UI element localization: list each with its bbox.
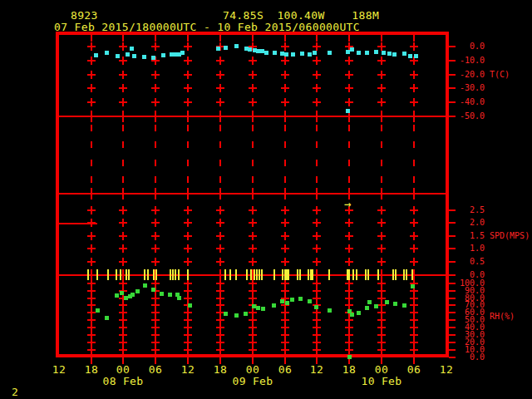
grid-dash bbox=[413, 125, 415, 131]
grid-tick bbox=[187, 206, 189, 214]
grid-dash bbox=[187, 141, 189, 148]
grid-tick bbox=[284, 42, 286, 51]
grid-tick bbox=[122, 35, 124, 42]
temp-point bbox=[291, 52, 295, 57]
grid-tick bbox=[91, 219, 92, 227]
temp-point bbox=[408, 54, 412, 58]
grid-tick bbox=[155, 219, 156, 227]
wind-staff bbox=[254, 269, 255, 280]
grid-tick bbox=[413, 244, 415, 253]
grid-tick bbox=[252, 188, 254, 200]
wind-staff bbox=[235, 269, 237, 280]
windspeed-axis-label: SPD(MPS) bbox=[490, 232, 530, 240]
grid-dash bbox=[381, 125, 382, 131]
grid-tick bbox=[413, 188, 415, 200]
grid-tick bbox=[252, 219, 254, 227]
grid-tick bbox=[91, 111, 92, 122]
grid-tick bbox=[187, 35, 189, 42]
rh-point bbox=[224, 312, 228, 316]
wind-staff bbox=[87, 269, 89, 280]
wind-staff bbox=[377, 269, 379, 280]
wind-staff bbox=[365, 269, 367, 280]
wind-staff bbox=[395, 269, 397, 280]
grid-tick bbox=[187, 98, 189, 106]
temp-point bbox=[94, 53, 98, 57]
grid-tick bbox=[316, 57, 318, 65]
grid-tick bbox=[316, 42, 318, 51]
grid-tick bbox=[91, 35, 92, 42]
grid-tick bbox=[122, 219, 124, 227]
grid-tick bbox=[284, 232, 286, 240]
grid-tick bbox=[91, 258, 92, 266]
rh-point bbox=[347, 355, 352, 359]
grid-dash bbox=[381, 141, 382, 148]
grid-tick bbox=[413, 71, 415, 79]
x-axis-hour-label: 06 bbox=[144, 364, 167, 375]
grid-tick bbox=[91, 57, 92, 65]
temp-point bbox=[392, 52, 397, 57]
rh-point bbox=[367, 300, 372, 304]
grid-tick bbox=[187, 188, 189, 200]
grid-tick bbox=[381, 258, 382, 266]
grid-tick bbox=[381, 35, 382, 42]
grid-tick bbox=[348, 71, 350, 79]
wind-staff bbox=[352, 269, 354, 280]
grid-tick bbox=[284, 219, 286, 227]
grid-tick bbox=[381, 42, 382, 51]
temp-point bbox=[357, 51, 361, 55]
grid-tick bbox=[91, 84, 92, 92]
grid-dash bbox=[122, 141, 124, 148]
grid-tick bbox=[91, 206, 92, 214]
temp-axis-value: -40.0 bbox=[433, 98, 485, 106]
grid-dash bbox=[348, 141, 350, 148]
temp-point bbox=[313, 51, 317, 55]
x-axis-hour-label: 12 bbox=[47, 364, 71, 375]
grid-tick bbox=[122, 258, 124, 266]
grid-tick bbox=[187, 258, 189, 266]
temp-point bbox=[142, 55, 146, 59]
wind-staff bbox=[297, 269, 298, 280]
grid-tick bbox=[219, 111, 221, 122]
temp-point bbox=[248, 47, 252, 52]
grid-dash bbox=[91, 176, 92, 183]
grid-tick bbox=[252, 98, 254, 106]
grid-dash bbox=[91, 160, 92, 166]
x-axis-hour-label: 00 bbox=[241, 364, 264, 375]
grid-tick bbox=[284, 188, 286, 200]
grid-tick bbox=[155, 206, 156, 214]
grid-tick bbox=[187, 57, 189, 65]
rh-point bbox=[328, 308, 332, 313]
rh-point bbox=[135, 289, 140, 293]
wind-staff bbox=[178, 269, 180, 280]
wind-staff bbox=[356, 269, 357, 280]
rh-point bbox=[131, 293, 135, 297]
rh-point bbox=[105, 316, 109, 320]
wind-staff bbox=[256, 269, 258, 280]
rh-point bbox=[143, 283, 147, 288]
wind-staff bbox=[282, 269, 283, 280]
rh-point bbox=[385, 300, 389, 304]
wind-staff bbox=[411, 269, 413, 280]
wind-direction-arrow-icon: → bbox=[344, 198, 351, 209]
grid-tick bbox=[316, 188, 318, 200]
grid-dash bbox=[155, 141, 156, 148]
x-axis-date-label: 10 Feb bbox=[358, 376, 405, 387]
grid-dash bbox=[219, 160, 221, 166]
grid-tick bbox=[413, 219, 415, 227]
grid-dash bbox=[122, 125, 124, 131]
temp-point bbox=[346, 109, 350, 113]
grid-tick bbox=[122, 232, 124, 240]
grid-tick bbox=[187, 42, 189, 51]
rh-point bbox=[272, 303, 276, 308]
wind-staff bbox=[250, 269, 252, 280]
wind-staff bbox=[403, 269, 405, 280]
grid-tick bbox=[122, 188, 124, 200]
wind-staff bbox=[144, 269, 145, 280]
grid-tick bbox=[155, 71, 156, 79]
grid-tick bbox=[348, 219, 350, 227]
grid-tick bbox=[284, 258, 286, 266]
grid-tick bbox=[219, 57, 221, 65]
grid-tick bbox=[348, 98, 350, 106]
grid-tick bbox=[381, 206, 382, 214]
grid-tick bbox=[187, 84, 189, 92]
